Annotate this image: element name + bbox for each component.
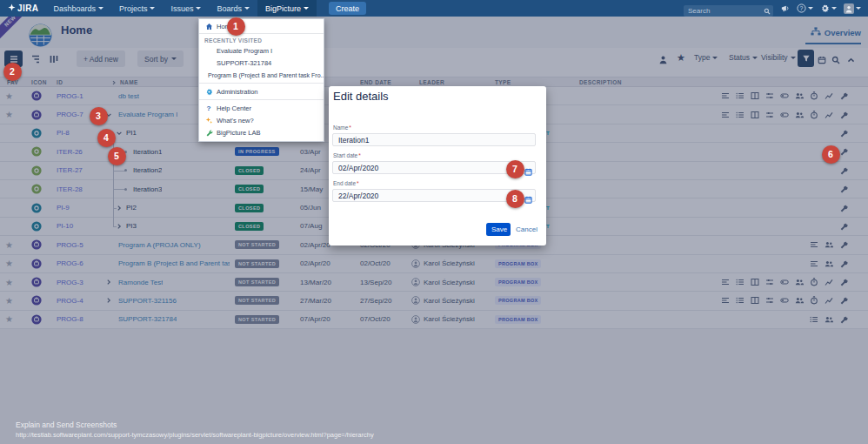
tracking-timer-icon[interactable] [810,296,818,305]
collapse-toolbar-chevron-icon[interactable] [847,52,855,68]
board-columns-icon[interactable] [751,278,759,286]
expand-chevron-right-icon[interactable] [105,297,112,304]
teams-icon[interactable] [825,240,833,249]
backlog-list-icon[interactable] [736,296,744,305]
expand-chevron-right-icon[interactable] [116,205,123,212]
row-id-link[interactable]: PROG-1 [57,92,83,100]
roadmap-capsule-icon[interactable] [780,111,789,119]
assignee-filter-icon[interactable] [658,52,668,68]
row-id-link[interactable]: PROG-5 [57,241,83,249]
row-name-link[interactable]: Iteration2 [133,166,162,174]
status-filter-button[interactable]: Status [729,53,758,62]
menu-item-recent-support-321784[interactable]: SUPPORT-321784 [199,57,324,69]
row-id-link[interactable]: ITER-26 [57,148,83,156]
column-type[interactable]: TYPE [495,79,511,85]
reports-chart-icon[interactable] [825,91,833,100]
box-settings-wrench-icon[interactable] [839,259,848,268]
row-id-link[interactable]: PI-8 [57,129,70,137]
help-menu-button[interactable]: ? [797,3,813,13]
view-mode-tree-button[interactable] [26,50,44,67]
resources-sliders-icon[interactable] [765,278,774,286]
backlog-list-icon[interactable] [736,278,744,286]
box-settings-wrench-icon[interactable] [839,91,848,100]
table-row[interactable]: ★PROG-4SUPPORT-321156NOT STARTED27/Mar/2… [0,292,868,310]
visibility-filter-button[interactable]: Visibility [761,53,796,62]
create-button[interactable]: Create [329,2,366,15]
row-name-link[interactable]: Iteration3 [133,185,162,193]
save-button[interactable]: Save [486,223,511,236]
settings-gear-button[interactable] [820,3,837,13]
row-id-link[interactable]: PROG-4 [57,297,83,305]
board-columns-icon[interactable] [751,91,759,100]
backlog-list-icon[interactable] [810,315,818,324]
feedback-megaphone-icon[interactable] [780,3,790,13]
board-columns-icon[interactable] [751,296,759,305]
box-settings-wrench-icon[interactable] [839,240,848,249]
favorite-star-icon[interactable]: ★ [5,259,13,268]
row-name-link[interactable]: SUPPORT-321156 [118,297,177,305]
calendar-icon[interactable] [818,52,826,68]
wbs-rows-icon[interactable] [721,278,730,286]
expand-chevron-right-icon[interactable] [105,279,112,286]
end-date-field[interactable] [332,189,536,202]
box-settings-wrench-icon[interactable] [839,185,848,193]
resources-sliders-icon[interactable] [765,111,774,119]
box-settings-wrench-icon[interactable] [839,166,848,175]
sort-by-button[interactable]: Sort by [137,50,184,67]
roadmap-capsule-icon[interactable] [780,91,789,100]
box-settings-wrench-icon[interactable] [839,204,848,212]
box-settings-wrench-icon[interactable] [839,147,848,156]
teams-icon[interactable] [795,296,804,305]
backlog-list-icon[interactable] [736,91,744,100]
wbs-rows-icon[interactable] [721,111,730,119]
search-icon[interactable] [764,3,771,18]
row-id-link[interactable]: ITER-27 [57,166,83,174]
row-name-link[interactable]: Program A (PROJA ONLY) [118,241,201,249]
roadmap-capsule-icon[interactable] [780,296,789,305]
column-leader[interactable]: LEADER [419,79,444,85]
row-name-link[interactable]: PI3 [126,222,137,230]
menu-item-recent-evaluate-program-i[interactable]: Evaluate Program I [199,44,324,57]
tracking-timer-icon[interactable] [810,278,818,286]
tab-overview[interactable]: Overview [811,27,861,37]
nav-item-issues[interactable]: Issues [163,0,209,17]
row-name-link[interactable]: db test [118,92,139,100]
table-row[interactable]: ★PROG-6Program B (Project B and Parent t… [0,255,868,273]
row-id-link[interactable]: PROG-6 [57,259,83,267]
column-description[interactable]: DESCRIPTION [579,79,622,85]
calendar-picker-icon[interactable] [524,192,532,207]
menu-item-administration[interactable]: Administration [199,85,324,98]
row-id-link[interactable]: PROG-3 [57,279,83,286]
reports-chart-icon[interactable] [825,111,833,119]
expand-chevron-right-icon[interactable] [116,223,123,230]
wbs-rows-icon[interactable] [810,240,818,249]
row-id-link[interactable]: PI-10 [57,222,73,230]
menu-item-help-center[interactable]: ? Help Center [199,102,324,114]
resources-sliders-icon[interactable] [765,91,774,100]
column-end-date[interactable]: END DATE [360,79,391,85]
search-table-icon[interactable] [831,52,840,68]
nav-item-dashboards[interactable]: Dashboards [45,0,111,17]
wbs-rows-icon[interactable] [810,259,818,268]
favorite-star-icon[interactable]: ★ [5,240,13,250]
menu-item-bigpicture-lab[interactable]: BigPicture LAB [199,126,324,138]
favorites-filter-icon[interactable]: ★ [677,52,685,64]
row-id-link[interactable]: PI-9 [57,204,70,212]
search-input[interactable] [684,5,773,17]
box-settings-wrench-icon[interactable] [839,222,848,231]
reports-chart-icon[interactable] [825,278,833,286]
box-settings-wrench-icon[interactable] [839,129,848,138]
favorite-star-icon[interactable]: ★ [5,91,13,101]
menu-item-recent-program-b[interactable]: Program B (Project B and Parent task Fro… [199,69,324,81]
type-filter-button[interactable]: Type [694,53,718,62]
user-avatar-button[interactable] [844,3,861,14]
column-name[interactable]: NAME [120,79,138,85]
row-id-link[interactable]: PROG-7 [57,111,83,118]
box-settings-wrench-icon[interactable] [839,111,848,119]
jira-logo[interactable]: JIRA [8,3,38,13]
nav-item-projects[interactable]: Projects [111,0,164,17]
row-id-link[interactable]: ITER-28 [57,185,83,193]
teams-icon[interactable] [795,91,804,100]
teams-icon[interactable] [795,278,804,286]
wbs-rows-icon[interactable] [721,91,730,100]
